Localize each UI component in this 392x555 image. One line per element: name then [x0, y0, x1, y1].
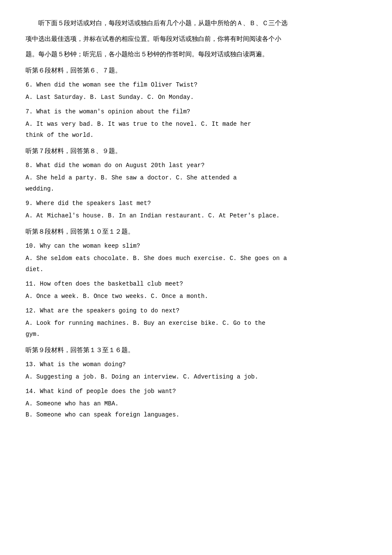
q8-text: 8. What did the woman do on August 20th … — [26, 160, 366, 171]
q12-option-1: A. Look for running machines. B. Buy an … — [26, 318, 366, 329]
q11-option-1: A. Once a week. B. Once two weeks. C. On… — [26, 291, 366, 302]
q12-option-2: gym. — [26, 329, 366, 340]
section-8-header: 听第８段材料，回答第１０至１２题。 — [26, 226, 366, 237]
q7-options: A. It was very bad. B. It was true to th… — [26, 119, 366, 141]
q13-text: 13. What is the woman doing? — [26, 359, 366, 370]
content-sections: 听第６段材料，回答第６、７题。 6. When did the woman se… — [26, 65, 366, 421]
q6-options: A. Last Saturday. B. Last Sunday. C. On … — [26, 92, 366, 103]
q9-option-1: A. At Michael's house. B. In an Indian r… — [26, 211, 366, 222]
intro-line1: 听下面５段对话或对白，每段对话或独白后有几个小题，从题中所给的Ａ、Ｂ、Ｃ三个选 — [26, 17, 366, 29]
section-9: 听第９段材料，回答第１３至１６题。 13. What is the woman … — [26, 344, 366, 421]
q7-option-1: A. It was very bad. B. It was true to th… — [26, 119, 366, 130]
q10-options: A. She seldom eats chocolate. B. She doe… — [26, 253, 366, 275]
q11-text: 11. How often does the basketball club m… — [26, 279, 366, 289]
q13-options: A. Suggesting a job. B. Doing an intervi… — [26, 372, 366, 383]
section-7-header: 听第７段材料，回答第８、９题。 — [26, 145, 366, 157]
q10-option-1: A. She seldom eats chocolate. B. She doe… — [26, 253, 366, 264]
section-7: 听第７段材料，回答第８、９题。 8. What did the woman do… — [26, 145, 366, 222]
q14-option-1: A. Someone who has an MBA. — [26, 399, 366, 410]
section-8: 听第８段材料，回答第１０至１２题。 10. Why can the woman … — [26, 226, 366, 340]
q14-options: A. Someone who has an MBA. B. Someone wh… — [26, 399, 366, 421]
q8-options: A. She held a party. B. She saw a doctor… — [26, 173, 366, 195]
q6-option-1: A. Last Saturday. B. Last Sunday. C. On … — [26, 92, 366, 103]
q10-text: 10. Why can the woman keep slim? — [26, 241, 366, 251]
q7-text: 7. What is the woman's opinion about the… — [26, 107, 366, 117]
intro-line3: 题。每小题５秒钟；听完后，各小题给出５秒钟的作答时间。每段对话或独白读两遍。 — [26, 48, 366, 61]
q14-text: 14. What kind of people does the job wan… — [26, 386, 366, 397]
intro-block: 听下面５段对话或对白，每段对话或独白后有几个小题，从题中所给的Ａ、Ｂ、Ｃ三个选 … — [26, 17, 366, 61]
q8-option-1: A. She held a party. B. She saw a doctor… — [26, 173, 366, 184]
q12-text: 12. What are the speakers going to do ne… — [26, 306, 366, 316]
section-6: 听第６段材料，回答第６、７题。 6. When did the woman se… — [26, 65, 366, 141]
intro-line2: 项中选出最佳选项，并标在试卷的相应位置。听每段对话或独白前，你将有时间阅读各个小 — [26, 33, 366, 45]
q11-options: A. Once a week. B. Once two weeks. C. On… — [26, 291, 366, 302]
section-6-header: 听第６段材料，回答第６、７题。 — [26, 65, 366, 76]
q9-text: 9. Where did the speakers last met? — [26, 198, 366, 209]
q13-option-1: A. Suggesting a job. B. Doing an intervi… — [26, 372, 366, 383]
q14-option-2: B. Someone who can speak foreign languag… — [26, 410, 366, 421]
section-9-header: 听第９段材料，回答第１３至１６题。 — [26, 344, 366, 356]
q9-options: A. At Michael's house. B. In an Indian r… — [26, 211, 366, 222]
q8-option-2: wedding. — [26, 184, 366, 195]
q6-text: 6. When did the woman see the film Olive… — [26, 80, 366, 90]
q12-options: A. Look for running machines. B. Buy an … — [26, 318, 366, 340]
q10-option-2: diet. — [26, 264, 366, 275]
q7-option-2: think of the world. — [26, 130, 366, 141]
